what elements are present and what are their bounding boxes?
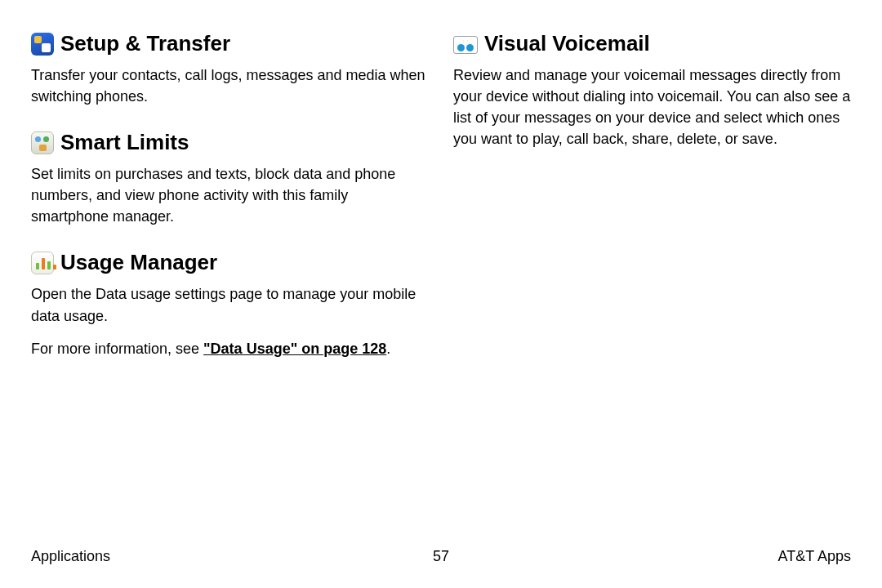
footer-page-number: 57 xyxy=(433,548,449,565)
section-title: Visual Voicemail xyxy=(484,31,650,56)
body-text: Open the Data usage settings page to man… xyxy=(31,283,429,326)
section-body: Transfer your contacts, call logs, messa… xyxy=(31,65,429,107)
body-text-with-link: For more information, see "Data Usage" o… xyxy=(31,338,429,359)
section-body: Set limits on purchases and texts, block… xyxy=(31,163,429,227)
right-column: Visual Voicemail Review and manage your … xyxy=(453,31,851,382)
data-usage-link[interactable]: "Data Usage" on page 128 xyxy=(203,341,386,357)
page-footer: Applications 57 AT&T Apps xyxy=(31,548,851,565)
smart-limits-icon xyxy=(31,131,54,154)
section-header: Visual Voicemail xyxy=(453,31,851,56)
section-usage-manager: Usage Manager Open the Data usage settin… xyxy=(31,250,429,359)
section-body: Review and manage your voicemail message… xyxy=(453,65,851,149)
visual-voicemail-icon xyxy=(453,36,478,54)
section-header: Smart Limits xyxy=(31,130,429,155)
setup-transfer-icon xyxy=(31,33,54,56)
link-prefix: For more information, see xyxy=(31,341,203,357)
section-title: Smart Limits xyxy=(60,130,189,155)
section-visual-voicemail: Visual Voicemail Review and manage your … xyxy=(453,31,851,149)
section-smart-limits: Smart Limits Set limits on purchases and… xyxy=(31,130,429,227)
link-suffix: . xyxy=(386,341,390,357)
content-columns: Setup & Transfer Transfer your contacts,… xyxy=(31,31,851,382)
left-column: Setup & Transfer Transfer your contacts,… xyxy=(31,31,429,382)
section-header: Setup & Transfer xyxy=(31,31,429,56)
section-body: Open the Data usage settings page to man… xyxy=(31,283,429,359)
footer-left: Applications xyxy=(31,548,110,565)
body-text: Review and manage your voicemail message… xyxy=(453,65,851,149)
body-text: Set limits on purchases and texts, block… xyxy=(31,163,429,227)
section-setup-transfer: Setup & Transfer Transfer your contacts,… xyxy=(31,31,429,107)
section-header: Usage Manager xyxy=(31,250,429,275)
body-text: Transfer your contacts, call logs, messa… xyxy=(31,65,429,107)
footer-right: AT&T Apps xyxy=(778,548,851,565)
usage-manager-icon xyxy=(31,252,54,274)
section-title: Usage Manager xyxy=(60,250,217,275)
section-title: Setup & Transfer xyxy=(60,31,230,56)
